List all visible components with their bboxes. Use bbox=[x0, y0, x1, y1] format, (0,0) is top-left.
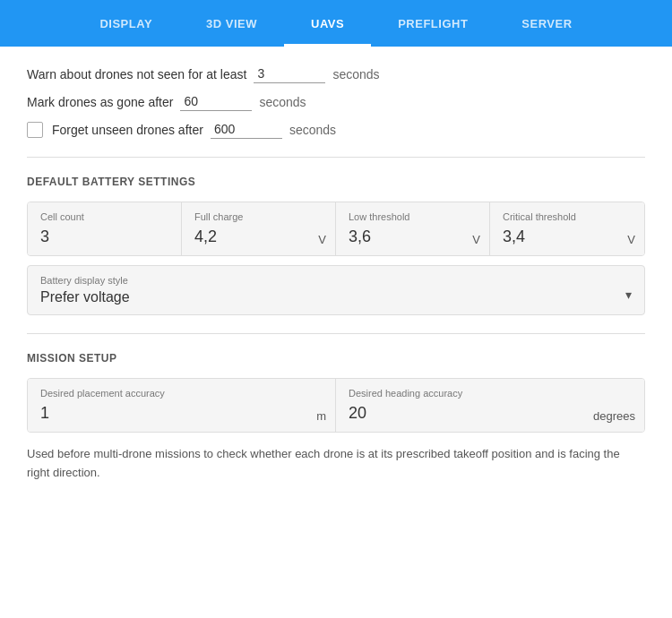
battery-cell-low: Low threshold 3,6 V bbox=[336, 202, 490, 255]
divider-mission bbox=[27, 333, 645, 334]
mission-cell-placement: Desired placement accuracy 1 m bbox=[28, 379, 336, 432]
battery-grid: Cell count 3 Full charge 4,2 V Low thres… bbox=[27, 202, 645, 256]
nav-item-display[interactable]: DISPLAY bbox=[73, 0, 179, 47]
battery-cell-count-value: 3 bbox=[40, 227, 168, 246]
battery-cell-critical-label: Critical threshold bbox=[503, 211, 632, 222]
forget-setting-row: Forget unseen drones after seconds bbox=[27, 120, 645, 139]
mark-unit: seconds bbox=[259, 95, 306, 109]
forget-label: Forget unseen drones after bbox=[52, 123, 203, 137]
forget-input[interactable] bbox=[211, 120, 282, 139]
battery-cell-count-label: Cell count bbox=[40, 211, 168, 222]
forget-unit: seconds bbox=[289, 123, 336, 137]
warn-unit: seconds bbox=[332, 67, 379, 82]
top-navigation: DISPLAY 3D VIEW UAVS PREFLIGHT SERVER bbox=[0, 0, 672, 47]
battery-cell-count: Cell count 3 bbox=[28, 202, 182, 255]
battery-cell-fullcharge-label: Full charge bbox=[194, 211, 323, 222]
battery-display-style-value: Prefer voltage bbox=[40, 289, 632, 305]
mission-cell-placement-value: 1 bbox=[40, 404, 323, 423]
battery-cell-critical: Critical threshold 3,4 V bbox=[490, 202, 644, 255]
mission-cell-heading-value: 20 bbox=[349, 404, 632, 423]
mark-label: Mark drones as gone after bbox=[27, 95, 173, 109]
chevron-down-icon: ▾ bbox=[625, 288, 632, 302]
mission-description: Used before multi-drone missions to chec… bbox=[27, 445, 645, 483]
nav-item-preflight[interactable]: PREFLIGHT bbox=[371, 0, 495, 47]
battery-cell-low-unit: V bbox=[472, 233, 480, 246]
mark-setting-row: Mark drones as gone after seconds bbox=[27, 92, 645, 111]
battery-cell-low-value: 3,6 bbox=[349, 227, 477, 246]
battery-cell-critical-value: 3,4 bbox=[503, 227, 632, 246]
battery-cell-fullcharge-unit: V bbox=[318, 233, 326, 246]
mission-cell-heading-unit: degrees bbox=[593, 409, 635, 423]
battery-cell-critical-unit: V bbox=[627, 233, 635, 246]
warn-label: Warn about drones not seen for at least bbox=[27, 67, 246, 82]
nav-item-server[interactable]: SERVER bbox=[495, 0, 599, 47]
battery-cell-fullcharge-value: 4,2 bbox=[194, 227, 323, 246]
main-content: Warn about drones not seen for at least … bbox=[0, 47, 672, 501]
mission-cell-heading: Desired heading accuracy 20 degrees bbox=[336, 379, 644, 432]
mission-cell-placement-label: Desired placement accuracy bbox=[40, 388, 323, 399]
mission-grid: Desired placement accuracy 1 m Desired h… bbox=[27, 378, 645, 433]
mission-cell-placement-unit: m bbox=[316, 409, 326, 423]
battery-section: DEFAULT BATTERY SETTINGS Cell count 3 Fu… bbox=[27, 176, 645, 315]
drone-settings-section: Warn about drones not seen for at least … bbox=[27, 64, 645, 139]
warn-input[interactable] bbox=[254, 64, 325, 83]
mission-section: MISSION SETUP Desired placement accuracy… bbox=[27, 352, 645, 483]
nav-item-uavs[interactable]: UAVS bbox=[284, 0, 371, 47]
forget-checkbox[interactable] bbox=[27, 122, 43, 138]
mission-section-title: MISSION SETUP bbox=[27, 352, 645, 365]
warn-setting-row: Warn about drones not seen for at least … bbox=[27, 64, 645, 83]
divider-battery bbox=[27, 157, 645, 158]
mark-input[interactable] bbox=[180, 92, 252, 111]
battery-section-title: DEFAULT BATTERY SETTINGS bbox=[27, 176, 645, 188]
battery-display-style-label: Battery display style bbox=[40, 275, 632, 286]
battery-display-style-select[interactable]: Battery display style Prefer voltage ▾ bbox=[27, 265, 645, 315]
battery-cell-fullcharge: Full charge 4,2 V bbox=[182, 202, 336, 255]
mission-cell-heading-label: Desired heading accuracy bbox=[349, 388, 632, 399]
battery-cell-low-label: Low threshold bbox=[349, 211, 477, 222]
nav-item-3dview[interactable]: 3D VIEW bbox=[179, 0, 284, 47]
